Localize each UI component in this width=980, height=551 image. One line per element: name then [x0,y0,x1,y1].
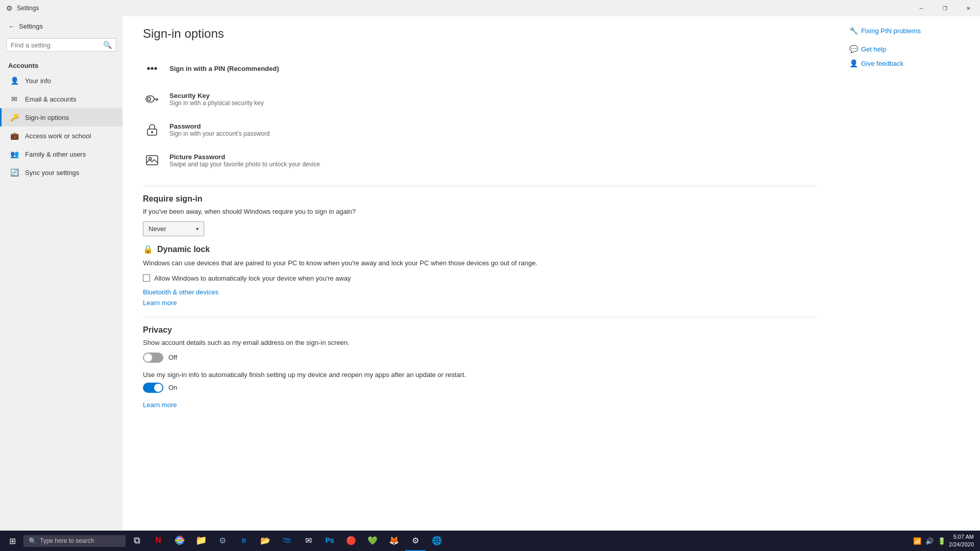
require-signin-dropdown-container: Never ▾ [143,221,817,236]
privacy-heading: Privacy [143,317,817,335]
give-feedback-link[interactable]: Give feedback [861,60,903,67]
pin-icon: ••• [143,59,161,78]
privacy-section: Privacy Show account details such as my … [143,317,817,409]
security-key-title: Security Key [169,92,264,99]
get-help-icon: 💬 [849,45,858,53]
access-work-icon: 💼 [10,132,19,140]
sidebar-item-email-accounts-label: Email & accounts [25,95,76,103]
signin-option-picture-password[interactable]: Picture Password Swipe and tap your favo… [143,145,817,176]
sync-icon: 🔄 [10,168,19,177]
sign-in-icon: 🔑 [10,113,19,121]
netflix-app[interactable]: N [148,531,168,551]
chrome-app[interactable] [169,531,190,551]
security-key-icon [143,90,161,108]
titlebar: ⚙ Settings ─ ❐ ✕ [0,0,980,16]
svg-point-1 [148,97,151,101]
sidebar-item-family-users-label: Family & other users [25,151,86,158]
sidebar-item-your-info-label: Your info [25,77,51,85]
settings-icon: ⚙ [6,4,13,12]
pin-title: Sign in with a PIN (Recommended) [169,65,279,72]
get-help-link[interactable]: Get help [861,45,886,53]
app-green[interactable]: 💚 [362,531,383,551]
privacy-toggle2-label: On [168,384,177,391]
battery-icon[interactable]: 🔋 [937,536,947,546]
app-web[interactable]: 🌐 [427,531,447,551]
sidebar-item-sign-in[interactable]: 🔑 Sign-in options [0,108,122,127]
sidebar-item-family-users[interactable]: 👥 Family & other users [0,145,122,163]
dynamic-lock-section: 🔒 Dynamic lock Windows can use devices t… [143,244,817,307]
firefox-app[interactable]: 🦊 [384,531,404,551]
family-users-icon: 👥 [10,150,19,158]
dynamic-lock-icon: 🔒 [143,244,153,254]
search-input[interactable] [11,41,103,49]
dynamic-lock-checkbox-label: Allow Windows to automatically lock your… [154,274,351,282]
fixing-pin-link[interactable]: Fixing PIN problems [861,27,921,35]
minimize-button[interactable]: ─ [910,0,933,16]
taskbar-clock[interactable]: 5:07 AM 2/24/2020 [949,533,974,549]
restore-button[interactable]: ❐ [933,0,957,16]
security-key-desc: Sign in with a physical security key [169,99,264,107]
app-ps[interactable]: Ps [320,531,340,551]
right-panel: 🔧 Fixing PIN problems 💬 Get help 👤 Give … [837,16,980,531]
privacy-desc1: Show account details such as my email ad… [143,339,817,346]
back-icon: ← [8,22,15,30]
start-button[interactable]: ⊞ [2,531,22,551]
svg-rect-7 [146,156,158,165]
mail-app[interactable]: ✉ [298,531,318,551]
sidebar-item-access-work[interactable]: 💼 Access work or school [0,127,122,145]
sidebar-back-button[interactable]: ← Settings [0,16,122,36]
clock-date: 2/24/2020 [949,541,974,548]
signin-option-password[interactable]: Password Sign in with your account's pas… [143,114,817,145]
sidebar-item-sync-settings[interactable]: 🔄 Sync your settings [0,163,122,182]
picture-password-title: Picture Password [169,153,320,161]
sidebar-search[interactable]: 🔍 [6,38,116,52]
taskbar-apps: ⧉ N 📁 ⚙ e 📂 🛍 ✉ Ps 🔴 💚 🦊 ⚙ 🌐 [127,531,907,551]
privacy-toggle1-label: Off [168,354,177,361]
steam-app[interactable]: ⚙ [212,531,233,551]
learn-more-2-link[interactable]: Learn more [143,401,817,409]
titlebar-left: ⚙ Settings [6,4,39,12]
files-app[interactable]: 📁 [191,531,211,551]
app-red[interactable]: 🔴 [341,531,361,551]
edge-app[interactable]: e [234,531,254,551]
explorer-app[interactable]: 📂 [255,531,276,551]
fixing-pin-icon: 🔧 [849,27,858,35]
bluetooth-devices-link[interactable]: Bluetooth & other devices [143,288,817,296]
dynamic-lock-title-text: Dynamic lock [157,245,210,254]
dynamic-lock-checkbox[interactable] [143,274,150,282]
privacy-desc2: Use my sign-in info to automatically fin… [143,371,817,379]
main-content: Sign-in options ••• Sign in with a PIN (… [122,16,837,531]
privacy-toggle1[interactable] [143,353,163,363]
signin-option-pin[interactable]: ••• Sign in with a PIN (Recommended) [143,53,817,84]
privacy-toggle2[interactable] [143,383,163,393]
store-app[interactable]: 🛍 [277,531,297,551]
network-icon[interactable]: 📶 [912,536,922,546]
close-button[interactable]: ✕ [957,0,980,16]
sidebar-item-your-info[interactable]: 👤 Your info [0,71,122,90]
taskbar-search[interactable]: 🔍 Type here to search [23,535,126,547]
password-desc: Sign in with your account's password [169,130,270,137]
give-feedback-icon: 👤 [849,59,858,67]
dropdown-value: Never [149,225,166,233]
dynamic-lock-checkbox-row[interactable]: Allow Windows to automatically lock your… [143,274,817,282]
your-info-icon: 👤 [10,77,19,85]
require-signin-dropdown[interactable]: Never ▾ [143,221,204,236]
picture-password-icon [143,151,161,169]
sidebar-item-access-work-label: Access work or school [25,132,91,140]
sidebar-item-sign-in-label: Sign-in options [25,114,69,121]
settings-taskbar-app[interactable]: ⚙ [405,531,426,551]
sidebar-back-label: Settings [19,22,43,30]
signin-option-security-key[interactable]: Security Key Sign in with a physical sec… [143,84,817,114]
task-view-button[interactable]: ⧉ [127,531,147,551]
search-icon: 🔍 [103,41,112,49]
titlebar-controls: ─ ❐ ✕ [910,0,980,16]
privacy-toggle1-row: Off [143,353,817,363]
app-container: ← Settings 🔍 Accounts 👤 Your info ✉ Emai… [0,16,980,531]
taskbar: ⊞ 🔍 Type here to search ⧉ N 📁 ⚙ e 📂 🛍 ✉ … [0,531,980,551]
volume-icon[interactable]: 🔊 [924,536,935,546]
sidebar-item-email-accounts[interactable]: ✉ Email & accounts [0,90,122,108]
dynamic-lock-desc: Windows can use devices that are paired … [143,258,817,268]
taskbar-right: 📶 🔊 🔋 5:07 AM 2/24/2020 [908,533,978,549]
learn-more-1-link[interactable]: Learn more [143,299,817,307]
privacy-toggle2-row: On [143,383,817,393]
